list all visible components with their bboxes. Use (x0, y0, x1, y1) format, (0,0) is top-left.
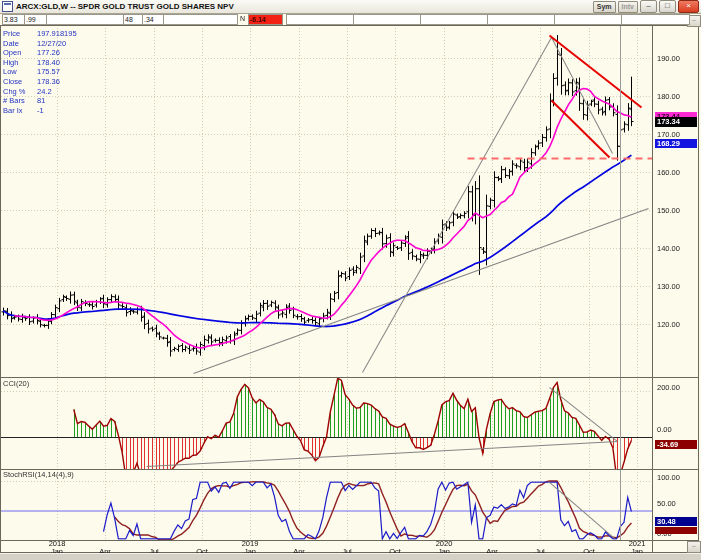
info-label: High (3, 58, 37, 68)
info-value: 197.918195 (37, 29, 77, 38)
toolbar-cell[interactable] (163, 14, 238, 25)
title-bar-buttons: Sym Intv – □ × (591, 0, 701, 13)
toolbar-cell[interactable] (353, 14, 422, 25)
info-row: Price197.918195 (3, 29, 77, 39)
cci-value-label: -34.69 (655, 440, 697, 449)
info-label: Bar Ix (3, 106, 37, 116)
last-price-label: 173.34 (655, 117, 697, 127)
info-label: # Bars (3, 96, 37, 106)
info-row: Open177.26 (3, 48, 77, 58)
info-row: High178.40 (3, 58, 77, 68)
price-tick-label: 150.00 (657, 206, 680, 215)
sym-button[interactable]: Sym (593, 1, 616, 13)
stoch-tick-label: 50.00 (657, 499, 676, 508)
info-row: Date12/27/20 (3, 39, 77, 49)
indicator-value-strip: 3.83.9948.34N-6.14 (0, 14, 701, 25)
info-label: Close (3, 77, 37, 87)
ma-slow-price-label: 168.29 (655, 139, 697, 148)
price-tick-label: 170.00 (657, 130, 680, 139)
minimize-button[interactable]: – (640, 0, 657, 13)
info-label: Open (3, 48, 37, 58)
info-value: 24.2 (37, 87, 52, 96)
info-value: 178.40 (37, 58, 60, 67)
info-label: Price (3, 29, 37, 39)
window-bottom-edge (0, 553, 701, 560)
info-row: Low175.57 (3, 67, 77, 77)
info-value: 175.57 (37, 67, 60, 76)
restore-button[interactable]: □ (659, 0, 676, 13)
info-value: 178.36 (37, 77, 60, 86)
stoch-panel-title: StochRSI(14,14(4),9) (3, 470, 74, 479)
info-value: 12/27/20 (37, 39, 66, 48)
n-indicator-value: -6.14 (248, 14, 283, 25)
chart-window: ARCX:GLD,W -- SPDR GOLD TRUST GOLD SHARE… (0, 0, 701, 560)
toolbar-cell[interactable] (286, 14, 355, 25)
axis-scroll-down-button[interactable]: – (687, 541, 701, 553)
info-value: 81 (37, 96, 45, 105)
cci-tick-label: 200.00 (657, 383, 680, 392)
toolbar-cell[interactable]: 3.83 (2, 14, 26, 25)
info-label: Low (3, 67, 37, 77)
toolbar-cell[interactable] (420, 14, 489, 25)
title-bar[interactable]: ARCX:GLD,W -- SPDR GOLD TRUST GOLD SHARE… (0, 0, 701, 14)
info-row: Bar Ix-1 (3, 106, 77, 116)
toolbar-cell[interactable]: 48 (123, 14, 144, 25)
cursor-info-panel: Price197.918195Date12/27/20Open177.26Hig… (3, 29, 77, 115)
info-row: Chg %24.2 (3, 87, 77, 97)
price-tick-label: 190.00 (657, 54, 680, 63)
price-tick-label: 140.00 (657, 244, 680, 253)
chart-app-icon (2, 1, 13, 12)
stoch-signal-value-label (655, 527, 697, 534)
close-button[interactable]: × (678, 0, 699, 13)
intv-button[interactable]: Intv (618, 1, 638, 13)
info-label: Chg % (3, 87, 37, 97)
window-title: ARCX:GLD,W -- SPDR GOLD TRUST GOLD SHARE… (16, 2, 234, 11)
info-value: 177.26 (37, 48, 60, 57)
price-tick-label: 130.00 (657, 282, 680, 291)
stoch-k-value-label: 30.48 (655, 517, 697, 526)
stoch-tick-label: 100.00 (657, 473, 680, 482)
info-label: Date (3, 39, 37, 49)
toolbar-cell[interactable] (621, 14, 690, 25)
toolbar-cell[interactable]: .34 (142, 14, 165, 25)
price-chart-canvas[interactable] (0, 0, 701, 560)
info-value: -1 (37, 106, 44, 115)
cci-tick-label: 0.00 (657, 425, 672, 434)
price-tick-label: 180.00 (657, 92, 680, 101)
n-indicator-label: N (240, 15, 245, 22)
toolbar-cell[interactable]: .99 (24, 14, 48, 25)
toolbar-cell[interactable] (554, 14, 623, 25)
info-row: Close178.36 (3, 77, 77, 87)
cci-panel-title: CCI(20) (3, 379, 29, 388)
price-tick-label: 120.00 (657, 320, 680, 329)
toolbar-cell[interactable] (487, 14, 556, 25)
price-tick-label: 160.00 (657, 168, 680, 177)
info-row: # Bars81 (3, 96, 77, 106)
toolbar-cell[interactable] (46, 14, 125, 25)
